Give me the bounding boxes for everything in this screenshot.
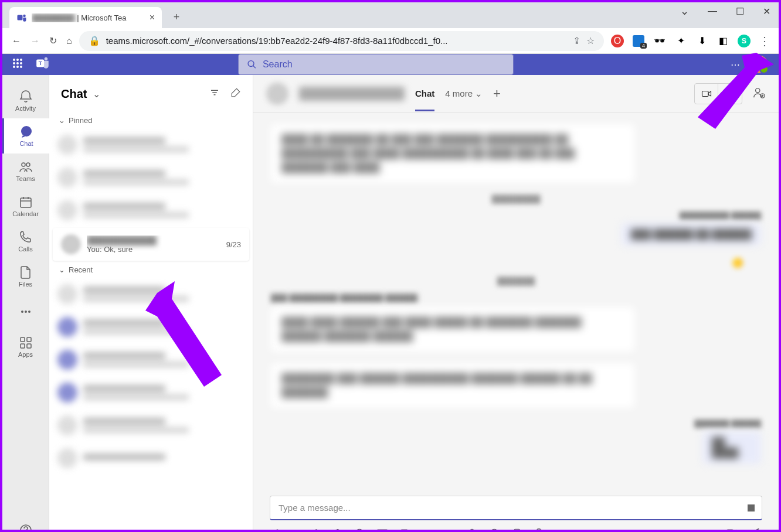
compose-area: ! GIF ⋯ [253, 487, 779, 532]
chevron-down-icon[interactable]: ⌄ [93, 88, 100, 100]
maximize-icon[interactable]: ☐ [736, 6, 744, 17]
chat-item[interactable] [49, 128, 253, 161]
search-input[interactable] [263, 59, 505, 70]
svg-point-4 [16, 59, 19, 61]
rail-calls[interactable]: Calls [2, 224, 49, 259]
svg-point-17 [21, 126, 32, 137]
window-controls: ⌄ — ☐ ✕ [680, 5, 770, 18]
pinned-section[interactable]: ⌄ Pinned [49, 112, 253, 128]
send-button[interactable] [748, 527, 760, 532]
rail-files[interactable]: Files [2, 259, 49, 294]
chat-item[interactable] [49, 343, 253, 376]
attach-icon[interactable] [310, 528, 320, 532]
search-icon [247, 59, 257, 70]
date-separator: █████████ [271, 195, 761, 203]
downloads-icon[interactable]: ⬇ [695, 35, 708, 47]
rail-more[interactable] [2, 294, 49, 329]
extension-icon[interactable]: 🕶️ [653, 35, 666, 47]
teams-logo-icon[interactable]: T [35, 56, 50, 73]
svg-point-15 [248, 61, 254, 67]
url-box[interactable]: 🔒 teams.microsoft.com/_#/conversations/1… [79, 31, 604, 51]
rail-calendar[interactable]: Calendar [2, 189, 49, 224]
add-tab-button[interactable]: + [493, 86, 501, 101]
reload-button[interactable]: ↻ [49, 35, 57, 46]
svg-text:T: T [39, 60, 42, 66]
minimize-icon[interactable]: — [708, 6, 717, 16]
tab-dropdown-icon[interactable]: ⌄ [680, 5, 689, 18]
rail-activity[interactable]: Activity [2, 83, 49, 118]
svg-point-53 [490, 529, 498, 532]
stream-icon[interactable] [444, 528, 455, 532]
audio-call-button[interactable] [718, 84, 742, 104]
praise-icon[interactable] [467, 528, 477, 532]
message-area[interactable]: ████ ██ ███████ ██ ███ ███ ███████ █████… [253, 112, 779, 487]
chat-item[interactable] [49, 442, 253, 475]
extension-icon[interactable]: S [738, 35, 751, 47]
forward-button[interactable]: → [30, 36, 40, 46]
svg-point-36 [756, 88, 760, 92]
tab-chat[interactable]: Chat [415, 88, 434, 111]
svg-rect-27 [21, 337, 25, 342]
new-tab-button[interactable]: + [168, 8, 185, 26]
svg-point-25 [25, 311, 27, 313]
add-people-icon[interactable] [753, 86, 766, 101]
tab-title: ████████ | Microsoft Tea [32, 13, 145, 22]
search-bar[interactable] [238, 54, 514, 75]
extension-icon[interactable]: O [611, 35, 624, 47]
svg-point-3 [13, 59, 15, 61]
close-window-icon[interactable]: ✕ [763, 6, 770, 17]
waffle-icon[interactable] [12, 57, 23, 71]
rail-apps[interactable]: Apps [2, 329, 49, 364]
user-avatar[interactable] [749, 54, 769, 74]
more-actions-icon[interactable]: ⋯ [556, 529, 565, 533]
priority-icon[interactable]: ! [294, 528, 298, 533]
chat-item[interactable] [49, 311, 253, 343]
svg-rect-56 [538, 529, 541, 531]
gif-icon[interactable]: GIF [376, 528, 388, 532]
extensions-puzzle-icon[interactable]: ✦ [674, 35, 687, 47]
browser-tab[interactable]: ████████ | Microsoft Tea × [9, 7, 162, 28]
svg-point-52 [470, 529, 474, 532]
chat-item[interactable] [49, 161, 253, 194]
svg-point-10 [16, 66, 19, 68]
new-chat-icon[interactable] [230, 87, 241, 100]
chat-panel-title: Chat [61, 87, 87, 101]
copy-icon[interactable] [511, 528, 522, 532]
compose-box[interactable] [270, 496, 762, 520]
clipboard-icon[interactable] [534, 528, 544, 532]
contact-name [299, 87, 405, 101]
svg-point-18 [22, 163, 25, 166]
home-button[interactable]: ⌂ [66, 36, 72, 46]
recent-section[interactable]: ⌄ Recent [49, 262, 253, 278]
loop-icon[interactable] [332, 528, 342, 532]
filter-icon[interactable] [209, 87, 220, 100]
chat-item[interactable] [49, 194, 253, 227]
format-icon[interactable] [272, 528, 283, 532]
svg-point-1 [23, 15, 26, 18]
rail-help[interactable]: Help [2, 517, 49, 532]
chat-item[interactable] [49, 409, 253, 442]
schedule-icon[interactable] [422, 528, 433, 532]
rail-teams[interactable]: Teams [2, 154, 49, 189]
back-button[interactable]: ← [12, 36, 21, 46]
sidepanel-icon[interactable]: ◧ [717, 35, 729, 47]
video-call-button[interactable] [695, 84, 718, 104]
contact-avatar[interactable] [266, 83, 288, 105]
message-input[interactable] [279, 503, 753, 513]
browser-menu-icon[interactable]: ⋮ [759, 34, 769, 48]
sticker-icon[interactable] [400, 528, 410, 532]
emoji-icon[interactable] [354, 528, 365, 532]
video-message-icon[interactable] [726, 527, 738, 532]
share-icon[interactable]: ⇪ [573, 35, 580, 46]
rail-chat[interactable]: Chat [2, 118, 49, 154]
reply-icon[interactable] [489, 528, 500, 532]
bookmark-star-icon[interactable]: ☆ [586, 35, 595, 46]
chat-item-selected[interactable]: ████████████ You: Ok, sure 9/23 [53, 228, 249, 261]
more-icon[interactable]: ⋯ [731, 59, 740, 70]
svg-point-40 [334, 530, 341, 532]
close-tab-icon[interactable]: × [150, 12, 155, 23]
chat-item[interactable] [49, 376, 253, 409]
chat-item[interactable] [49, 278, 253, 311]
extension-badge-icon[interactable]: 4 [632, 35, 645, 47]
tab-more[interactable]: 4 more ⌄ [445, 88, 483, 99]
